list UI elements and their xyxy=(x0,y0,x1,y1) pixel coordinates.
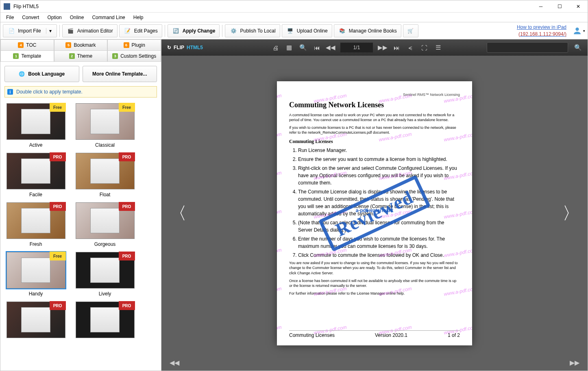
template-name: Fresh xyxy=(30,241,42,247)
share-button[interactable]: ⪪ xyxy=(406,43,414,52)
badge-pro: PRO xyxy=(119,202,135,211)
chevron-down-icon[interactable]: ▾ xyxy=(46,28,52,34)
next-arrow[interactable]: 〉 xyxy=(562,202,579,225)
template-lively[interactable]: PROLively xyxy=(74,252,135,297)
list-button[interactable]: ☰ xyxy=(434,43,442,52)
template-thumbnail: Free xyxy=(7,252,65,289)
hint-bar: i Double click to apply template. xyxy=(4,86,157,98)
template-thumbnail: Free xyxy=(76,103,135,140)
tab-label: TOC xyxy=(26,42,36,48)
tab-number: 4 xyxy=(18,42,24,48)
import-file-button[interactable]: 📄 Import File ▾ xyxy=(3,24,57,37)
badge-pro: PRO xyxy=(119,252,135,260)
tab-plugin[interactable]: 6Plugin xyxy=(107,39,161,50)
maximize-button[interactable]: ☐ xyxy=(550,0,569,13)
search-input[interactable] xyxy=(487,42,568,53)
template-classical[interactable]: FreeClassical xyxy=(74,103,135,148)
first-page-button[interactable]: ⏮ xyxy=(313,43,321,52)
template-facile[interactable]: PROFacile xyxy=(5,153,66,197)
template-thumbnail: PRO xyxy=(7,153,65,189)
badge-pro: PRO xyxy=(50,202,66,211)
menu-online[interactable]: Online xyxy=(66,13,88,22)
template-name: Active xyxy=(29,142,43,148)
mini-prev[interactable]: ◀◀ xyxy=(170,359,179,367)
mini-next[interactable]: ▶▶ xyxy=(570,359,579,367)
template-float[interactable]: PROFloat xyxy=(74,153,135,197)
doc-title: Commuting Network Licenses xyxy=(289,101,460,109)
menu-help[interactable]: Help xyxy=(129,13,148,22)
doc-step: Enter the number of days you wish to com… xyxy=(298,235,460,250)
book-language-button[interactable]: 🌐 Book Language xyxy=(4,66,79,82)
upload-online-button[interactable]: 🖥️ Upload Online xyxy=(282,24,332,37)
refresh-icon: 🔄 xyxy=(172,27,180,35)
template-thumbnail: Free xyxy=(7,103,65,140)
watermark-url: www.a-pdf.com xyxy=(277,324,282,335)
template-fresh[interactable]: PROFresh xyxy=(5,202,66,247)
minimize-button[interactable]: ─ xyxy=(531,0,550,13)
template-list[interactable]: FreeActiveFreeClassicalPROFacilePROFloat… xyxy=(0,101,161,371)
cart-button[interactable]: 🛒 xyxy=(403,24,418,37)
preview-link[interactable]: How to preview in iPad xyxy=(517,24,566,31)
animation-editor-button[interactable]: 🎬 Animation Editor xyxy=(62,24,118,37)
tab-label: Custom Settings xyxy=(120,53,156,59)
lang-label: Book Language xyxy=(28,71,65,77)
more-templates-button[interactable]: More Online Template... xyxy=(83,66,157,82)
brand-logo: ↻ FLIPHTML5 xyxy=(167,45,203,50)
badge-free: Free xyxy=(50,252,66,260)
menu-option[interactable]: Option xyxy=(43,13,65,22)
print-button[interactable]: 🖨 xyxy=(271,43,279,52)
badge-free: Free xyxy=(50,103,66,112)
tab-template[interactable]: 1Template xyxy=(0,50,54,61)
template-item[interactable]: PRO xyxy=(5,302,66,341)
last-page-button[interactable]: ⏭ xyxy=(392,43,401,52)
thumbnails-button[interactable]: ▦ xyxy=(285,43,293,52)
publish-icon: ⚙️ xyxy=(229,27,237,35)
template-thumbnail: PRO xyxy=(76,252,135,289)
zoom-button[interactable]: 🔍 xyxy=(299,43,307,52)
menu-convert[interactable]: Convert xyxy=(18,13,43,22)
prev-page-button[interactable]: ◀◀ xyxy=(327,43,335,52)
apply-change-button[interactable]: 🔄 Apply Change xyxy=(168,24,220,37)
close-button[interactable]: ✕ xyxy=(569,0,588,13)
edit-icon: 📝 xyxy=(124,27,132,35)
svg-point-0 xyxy=(575,27,579,30)
search-button[interactable]: 🔍 xyxy=(574,43,582,52)
menu-command-line[interactable]: Command Line xyxy=(88,13,129,22)
doc-header: Sentinel RMS™ Network Licensing xyxy=(289,93,460,97)
template-name: Float xyxy=(100,192,111,197)
page-indicator-input[interactable] xyxy=(340,43,373,52)
doc-step: Right-click on the server and select Com… xyxy=(298,165,460,187)
tab-custom-settings[interactable]: 3Custom Settings xyxy=(107,50,161,61)
title-bar: Flip HTML5 ─ ☐ ✕ xyxy=(0,0,588,13)
template-active[interactable]: FreeActive xyxy=(5,103,66,148)
publish-local-button[interactable]: ⚙️ Publish To Local xyxy=(225,24,280,37)
edit-pages-button[interactable]: 📝 Edit Pages xyxy=(119,24,162,37)
tab-number: 2 xyxy=(69,53,75,59)
menu-file[interactable]: File xyxy=(2,13,18,22)
upload-label: Upload Online xyxy=(297,28,328,34)
template-thumbnail: PRO xyxy=(76,202,135,239)
template-handy[interactable]: FreeHandy xyxy=(5,252,66,297)
import-label: Import File xyxy=(18,28,41,34)
tab-bookmark[interactable]: 5Bookmark xyxy=(54,39,108,50)
user-menu-button[interactable]: ▾ xyxy=(572,24,585,37)
fullscreen-button[interactable]: ⛶ xyxy=(420,43,428,52)
info-icon: i xyxy=(7,89,13,95)
tab-toc[interactable]: 4TOC xyxy=(0,39,54,50)
preview-ip-link[interactable]: (192.168.1.112:9094/) xyxy=(517,31,566,38)
template-thumbnail: PRO xyxy=(7,202,65,239)
watermark-url: www.a-pdf.com xyxy=(277,285,282,297)
watermark-url: www.a-pdf.com xyxy=(277,169,282,181)
doc-step: (Note that you can select individual lic… xyxy=(298,219,460,234)
tab-theme[interactable]: 2Theme xyxy=(54,50,108,61)
next-page-button[interactable]: ▶▶ xyxy=(379,43,387,52)
app-icon xyxy=(4,3,10,10)
tab-label: Template xyxy=(21,53,41,59)
tab-number: 6 xyxy=(124,42,129,48)
doc-paragraph: Once a license has been commuted it will… xyxy=(289,278,460,289)
template-gorgeous[interactable]: PROGorgeous xyxy=(74,202,135,247)
prev-arrow[interactable]: 〈 xyxy=(170,202,187,225)
more-label: More Online Template... xyxy=(92,71,147,77)
manage-books-button[interactable]: 📚 Manage Online Books xyxy=(334,24,401,37)
template-item[interactable]: PRO xyxy=(74,302,135,341)
